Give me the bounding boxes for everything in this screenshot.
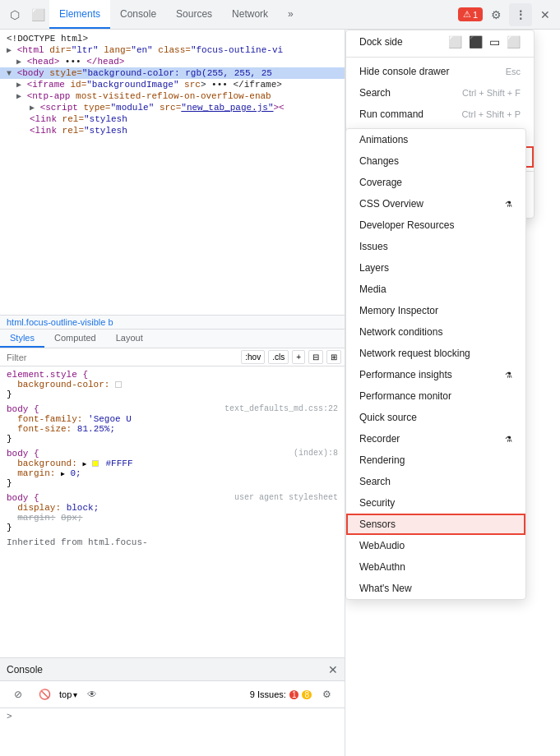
menu-item-css-overview[interactable]: CSS Overview ⚗ bbox=[346, 193, 525, 214]
menu-item-issues[interactable]: Issues bbox=[346, 236, 525, 257]
menu-item-network-conditions[interactable]: Network conditions bbox=[346, 321, 525, 343]
filter-row: :hov .cls + ⊟ ⊞ bbox=[0, 348, 345, 366]
console-filter-icon[interactable]: 🚫 bbox=[33, 683, 56, 706]
copy-style-btn[interactable]: ⊟ bbox=[308, 350, 323, 364]
more-tools-menu: Animations Changes Coverage CSS Overview… bbox=[345, 128, 526, 600]
console-settings-icon[interactable]: ⚙ bbox=[315, 683, 338, 706]
tab-network[interactable]: Network bbox=[222, 0, 278, 29]
tab-console[interactable]: Console bbox=[110, 0, 166, 29]
dock-bottom-icon[interactable]: ⬛ bbox=[469, 35, 483, 48]
menu-item-quick-source[interactable]: Quick source bbox=[346, 407, 525, 428]
menu-divider-1 bbox=[346, 57, 534, 58]
elem-line-head: ▶ <head> ••• </head> bbox=[0, 56, 345, 67]
styles-content: element.style { background-color: } text… bbox=[0, 366, 345, 657]
console-body: > bbox=[0, 708, 345, 756]
menu-item-changes[interactable]: Changes bbox=[346, 150, 525, 172]
console-eye-icon[interactable]: 👁 bbox=[81, 683, 104, 706]
tab-styles[interactable]: Styles bbox=[0, 330, 44, 348]
menu-item-media[interactable]: Media bbox=[346, 279, 525, 300]
dock-side-label: Dock side bbox=[359, 36, 403, 48]
menu-item-animations[interactable]: Animations bbox=[346, 129, 525, 150]
menu-item-recorder[interactable]: Recorder ⚗ bbox=[346, 428, 525, 449]
menu-item-search[interactable]: Search Ctrl + Shift + F bbox=[346, 82, 534, 104]
elem-line-link1: <link rel="stylesh bbox=[0, 113, 345, 125]
tab-layout[interactable]: Layout bbox=[106, 330, 153, 348]
dock-icons: ⬜ ⬛ ▭ ⬜ bbox=[448, 35, 521, 48]
devtools-topbar: ⬡ ⬜ Elements Console Sources Network » ⚠… bbox=[0, 0, 560, 30]
menu-item-performance-insights[interactable]: Performance insights ⚗ bbox=[346, 364, 525, 385]
add-style-btn[interactable]: + bbox=[292, 350, 305, 364]
more-options-icon[interactable]: ⋮ bbox=[509, 3, 532, 26]
filter-input[interactable] bbox=[3, 351, 241, 364]
dock-side-row: Dock side ⬜ ⬛ ▭ ⬜ bbox=[346, 30, 534, 53]
tabs-bar: Elements Console Sources Network » bbox=[49, 0, 303, 29]
issues-red-count: 1 bbox=[289, 689, 299, 699]
console-toolbar: ⊘ 🚫 top ▾ 👁 9 Issues: 1 8 ⚙ bbox=[0, 681, 345, 708]
menu-item-network-request-blocking[interactable]: Network request blocking bbox=[346, 343, 525, 364]
dock-left-icon[interactable]: ⬜ bbox=[448, 35, 462, 48]
inspect-icon[interactable]: ⬡ bbox=[3, 3, 26, 26]
tab-sources[interactable]: Sources bbox=[166, 0, 222, 29]
console-area: Console ✕ ⊘ 🚫 top ▾ 👁 9 Issues: 1 8 bbox=[0, 657, 345, 756]
menu-item-search-tool[interactable]: Search bbox=[346, 471, 525, 492]
tab-more[interactable]: » bbox=[278, 0, 303, 29]
menu-item-coverage[interactable]: Coverage bbox=[346, 172, 525, 193]
console-clear-icon[interactable]: ⊘ bbox=[7, 683, 30, 706]
menu-item-hide-console[interactable]: Hide console drawer Esc bbox=[346, 61, 534, 82]
dock-right-icon[interactable]: ▭ bbox=[489, 35, 500, 48]
menu-item-whats-new[interactable]: What's New bbox=[346, 578, 525, 599]
dock-undock-icon[interactable]: ⬜ bbox=[507, 35, 521, 48]
filter-icons: :hov .cls + ⊟ ⊞ bbox=[241, 350, 341, 364]
menu-item-memory-inspector[interactable]: Memory Inspector bbox=[346, 300, 525, 321]
settings-icon[interactable]: ⚙ bbox=[484, 3, 507, 26]
menu-item-run-command[interactable]: Run command Ctrl + Shift + P bbox=[346, 104, 534, 125]
elem-line-html: ▶ <html dir="ltr" lang="en" class="focus… bbox=[0, 44, 345, 56]
top-dropdown[interactable]: top ▾ bbox=[59, 689, 77, 699]
menu-item-dev-resources[interactable]: Developer Resources bbox=[346, 214, 525, 236]
cls-filter-btn[interactable]: .cls bbox=[268, 350, 289, 364]
menu-item-webaudio[interactable]: WebAudio bbox=[346, 535, 525, 556]
issues-count: 9 Issues: 1 8 ⚙ bbox=[250, 683, 338, 706]
style-block-body1: text_defaults_md.css:22 body { font-fami… bbox=[7, 404, 338, 444]
elements-panel[interactable]: <!DOCTYPE html> ▶ <html dir="ltr" lang="… bbox=[0, 30, 345, 315]
hov-filter-btn[interactable]: :hov bbox=[241, 350, 265, 364]
css-overview-icon: ⚗ bbox=[505, 200, 512, 209]
menu-item-rendering[interactable]: Rendering bbox=[346, 449, 525, 471]
color-swatch-2[interactable] bbox=[92, 460, 99, 467]
search-label: Search bbox=[359, 87, 391, 99]
style-block-body2: (index):8 body { background: ▶ #FFFF mar… bbox=[7, 449, 338, 488]
console-prompt[interactable]: > bbox=[7, 712, 12, 721]
elem-line-iframe: ▶ <iframe id="backgroundImage" src> ••• … bbox=[0, 79, 345, 90]
menu-item-sensors[interactable]: Sensors bbox=[346, 514, 525, 535]
elem-line-body: ▼ <body style="background-color: rgb(255… bbox=[0, 67, 345, 79]
run-command-shortcut: Ctrl + Shift + P bbox=[461, 109, 521, 119]
styles-tabs: Styles Computed Layout bbox=[0, 330, 345, 348]
style-block-body3: user agent stylesheet body { display: bl… bbox=[7, 493, 338, 532]
console-close-icon[interactable]: ✕ bbox=[328, 663, 338, 676]
console-tab[interactable]: Console bbox=[7, 664, 43, 675]
devtools-body: <!DOCTYPE html> ▶ <html dir="ltr" lang="… bbox=[0, 30, 560, 756]
elem-line-link2: <link rel="stylesh bbox=[0, 125, 345, 136]
color-swatch[interactable] bbox=[115, 381, 122, 388]
error-count: 1 bbox=[473, 10, 478, 20]
inherited-label: Inherited from html.focus- bbox=[7, 537, 338, 547]
tab-computed[interactable]: Computed bbox=[44, 330, 106, 348]
left-panel: <!DOCTYPE html> ▶ <html dir="ltr" lang="… bbox=[0, 30, 345, 756]
tab-elements[interactable]: Elements bbox=[49, 0, 110, 29]
menu-item-layers[interactable]: Layers bbox=[346, 257, 525, 279]
elem-line-ntpapp: ▶ <ntp-app most-visited-reflow-on-overfl… bbox=[0, 90, 345, 102]
device-icon[interactable]: ⬜ bbox=[26, 3, 49, 26]
menu-item-performance-monitor[interactable]: Performance monitor bbox=[346, 385, 525, 407]
elem-line-script: ▶ <script type="module" src="new_tab_pag… bbox=[0, 102, 345, 113]
devtools-icon-bar: ⚠ 1 ⚙ ⋮ ✕ bbox=[458, 3, 557, 26]
breadcrumb: html.focus-outline-visible b bbox=[0, 315, 345, 329]
style-block-element: element.style { background-color: } bbox=[7, 370, 338, 399]
right-panel: Dock side ⬜ ⬛ ▭ ⬜ Hide console drawer Es… bbox=[345, 30, 560, 756]
menu-item-security[interactable]: Security bbox=[346, 492, 525, 514]
error-badge[interactable]: ⚠ 1 bbox=[458, 7, 483, 21]
more-style-btn[interactable]: ⊞ bbox=[326, 350, 341, 364]
run-command-label: Run command bbox=[359, 108, 423, 120]
menu-item-webauthn[interactable]: WebAuthn bbox=[346, 556, 525, 578]
close-devtools-icon[interactable]: ✕ bbox=[534, 3, 557, 26]
search-shortcut: Ctrl + Shift + F bbox=[462, 88, 521, 98]
